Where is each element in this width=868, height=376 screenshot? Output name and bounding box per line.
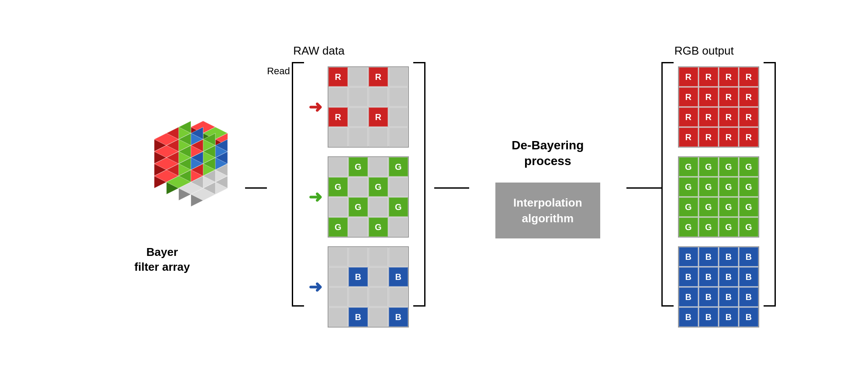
grid-cell: G — [349, 157, 368, 176]
rgb-section: RGB output RRRRRRRRRRRRRRRR GGGGGGGGGGGG… — [661, 44, 780, 332]
grid-cell: G — [719, 197, 738, 217]
grid-cell: G — [699, 157, 718, 176]
grid-cell: R — [739, 87, 758, 107]
grid-cell — [349, 247, 368, 266]
grid-cell: G — [679, 157, 698, 176]
bayer-section: Bayerfilter array — [88, 102, 236, 275]
diagram: Bayerfilter array RAW data Read ➜ RRRR ➜ — [0, 0, 868, 376]
red-raw-grid: RRRR — [328, 66, 409, 148]
grid-cell: G — [349, 197, 368, 217]
grid-cell: G — [329, 177, 348, 197]
grid-cell: B — [739, 267, 758, 286]
grid-cell — [389, 217, 408, 237]
raw-grids-container: ➜ RRRR ➜ GGGGGGGG ➜ BBBB — [308, 62, 409, 332]
grid-cell: G — [329, 217, 348, 237]
green-full-grid: GGGGGGGGGGGGGGGG — [678, 156, 759, 238]
grid-cell: R — [369, 67, 388, 86]
grid-cell: R — [329, 67, 348, 86]
grid-cell — [329, 247, 348, 266]
grid-cell: B — [679, 247, 698, 266]
grid-cell: R — [679, 67, 698, 86]
grid-cell: G — [679, 217, 698, 237]
grid-cell: R — [699, 107, 718, 127]
grid-cell — [329, 307, 348, 327]
grid-cell: B — [719, 307, 738, 327]
grid-cell — [349, 67, 368, 86]
blue-raw-row: ➜ BBBB — [308, 246, 409, 328]
grid-cell — [329, 128, 348, 147]
grid-cell: R — [699, 128, 718, 147]
grid-cell: G — [739, 177, 758, 197]
raw-right-bracket — [413, 62, 425, 307]
debayer-section: De-Bayeringprocess Interpolationalgorith… — [495, 138, 600, 239]
grid-cell — [389, 177, 408, 197]
grid-cell — [369, 247, 388, 266]
grid-cell — [329, 287, 348, 307]
raw-left-bracket — [292, 62, 304, 307]
grid-cell: B — [349, 267, 368, 286]
rgb-grids-container: RRRRRRRRRRRRRRRR GGGGGGGGGGGGGGGG BBBBBB… — [678, 62, 759, 332]
grid-cell: G — [739, 157, 758, 176]
grid-cell: R — [679, 107, 698, 127]
grid-cell — [389, 87, 408, 107]
grid-cell: B — [389, 307, 408, 327]
grid-cell — [349, 177, 368, 197]
grid-cell — [329, 197, 348, 217]
grid-cell: R — [329, 107, 348, 127]
grid-cell: B — [739, 247, 758, 266]
blue-raw-grid: BBBB — [328, 246, 409, 328]
grid-cell: B — [739, 287, 758, 307]
grid-cell: B — [739, 307, 758, 327]
grid-cell — [349, 217, 368, 237]
red-raw-row: ➜ RRRR — [308, 66, 409, 148]
interpolation-box: Interpolationalgorithm — [495, 183, 600, 239]
bayer-label: Bayerfilter array — [135, 245, 190, 275]
grid-cell — [349, 87, 368, 107]
grid-cell — [389, 247, 408, 266]
grid-cell: B — [699, 267, 718, 286]
red-arrow: ➜ — [308, 99, 322, 115]
grid-cell — [369, 87, 388, 107]
grid-cell: R — [679, 87, 698, 107]
grid-cell: G — [739, 217, 758, 237]
connector-bayer-raw — [245, 187, 267, 189]
connector-process-rgb — [626, 187, 661, 189]
grid-cell: R — [679, 128, 698, 147]
grid-cell: B — [349, 307, 368, 327]
grid-cell: B — [679, 307, 698, 327]
grid-cell: R — [719, 67, 738, 86]
grid-cell: B — [389, 267, 408, 286]
grid-cell — [349, 287, 368, 307]
connector-raw-process — [434, 187, 469, 189]
grid-cell: R — [719, 128, 738, 147]
grid-cell — [329, 157, 348, 176]
grid-cell: G — [699, 177, 718, 197]
grid-cell: B — [699, 247, 718, 266]
green-arrow: ➜ — [308, 189, 322, 205]
grid-cell: R — [719, 87, 738, 107]
debayer-label: De-Bayeringprocess — [512, 138, 584, 169]
grid-cell: G — [739, 197, 758, 217]
grid-cell — [389, 67, 408, 86]
grid-cell — [369, 157, 388, 176]
grid-cell — [369, 197, 388, 217]
grid-cell — [389, 107, 408, 127]
grid-cell — [389, 287, 408, 307]
read-label: Read — [267, 66, 290, 77]
grid-cell: G — [699, 217, 718, 237]
grid-cell: B — [679, 287, 698, 307]
rgb-left-bracket — [661, 62, 674, 307]
bayer-isometric — [97, 102, 228, 239]
grid-cell: G — [719, 217, 738, 237]
grid-cell: B — [719, 287, 738, 307]
grid-cell: R — [699, 87, 718, 107]
grid-cell: G — [679, 197, 698, 217]
grid-cell — [369, 267, 388, 286]
grid-cell — [389, 128, 408, 147]
blue-full-grid: BBBBBBBBBBBBBBBB — [678, 246, 759, 328]
grid-cell: G — [679, 177, 698, 197]
grid-cell: R — [739, 128, 758, 147]
grid-cell: G — [699, 197, 718, 217]
grid-cell: R — [369, 107, 388, 127]
grid-cell: R — [719, 107, 738, 127]
